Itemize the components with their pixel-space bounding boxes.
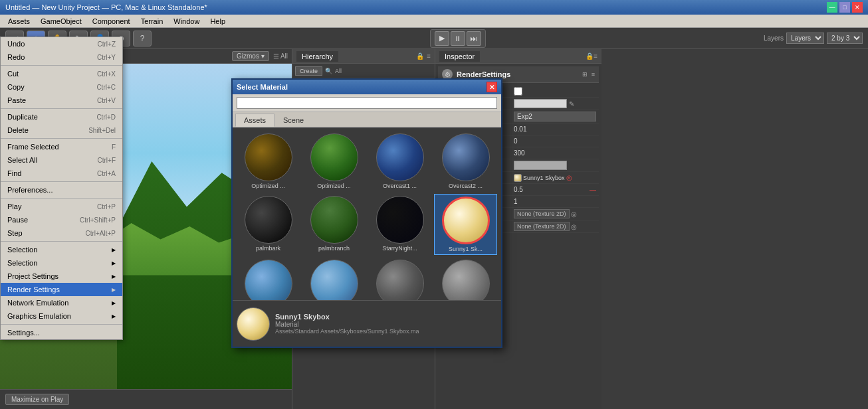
menu-find[interactable]: Find Ctrl+A: [1, 167, 122, 180]
toolbar: ◀ ✦ ✋ ↻ 👤 ⊕ ? ▶ ⏸ ⏭ Layers Layers 2 by 3: [0, 28, 868, 49]
menu-frame-selected[interactable]: Frame Selected F: [1, 140, 122, 153]
dropdown-menu: Undo Ctrl+Z Redo Ctrl+Y Cut Ctrl+X Copy …: [0, 37, 123, 340]
dialog-search-input[interactable]: [237, 97, 497, 109]
divider-5: [1, 198, 122, 199]
menu-help[interactable]: Help: [205, 16, 231, 27]
menu-assets[interactable]: Assets: [3, 16, 35, 27]
menu-terrain[interactable]: Terrain: [136, 16, 169, 27]
layout-select[interactable]: 2 by 3: [827, 33, 863, 44]
material-thumb-overcast2: [442, 133, 490, 181]
skybox-edit-icon[interactable]: ◎: [566, 174, 572, 181]
hierarchy-all-label: All: [335, 68, 342, 74]
dialog-search: [233, 94, 501, 112]
menu-play[interactable]: Play Ctrl+P: [1, 200, 122, 213]
material-label-overcast1: Overcast1 ...: [383, 183, 417, 189]
menu-redo[interactable]: Redo Ctrl+Y: [1, 50, 122, 64]
material-label-starry: StarryNight...: [382, 245, 417, 252]
close-button[interactable]: ✕: [852, 2, 863, 13]
play-button[interactable]: ▶: [435, 31, 449, 46]
material-item-sunny2[interactable]: Sunny2 Sk...: [237, 258, 300, 300]
material-item-default-dif[interactable]: Default-Diff...: [434, 258, 497, 300]
inspector-layout-icon[interactable]: ⊞: [582, 71, 588, 78]
material-item-palmbranch[interactable]: palmbranch: [302, 194, 366, 255]
menu-copy[interactable]: Copy Ctrl+C: [1, 80, 122, 94]
skybox-thumb: [514, 174, 522, 182]
divider-4: [1, 181, 122, 182]
material-item-optimized2[interactable]: Optimized ...: [302, 131, 366, 191]
maximize-button[interactable]: Maximize on Play: [5, 394, 69, 405]
ambient-light-swatch[interactable]: [514, 161, 567, 170]
pause-button[interactable]: ⏸: [451, 31, 465, 46]
fog-checkbox[interactable]: [514, 87, 522, 96]
menu-undo[interactable]: Undo Ctrl+Z: [1, 37, 122, 50]
menu-render-settings[interactable]: Render Settings ▶: [1, 283, 122, 296]
linear-fog-start-value: 0: [514, 137, 596, 145]
material-item-sunny3[interactable]: Sunny3 Sk...: [302, 258, 366, 300]
menu-preferences[interactable]: Preferences...: [1, 183, 122, 197]
menu-settings[interactable]: Settings...: [1, 326, 122, 339]
dialog-close-button[interactable]: ✕: [487, 82, 497, 92]
menu-project-settings[interactable]: Project Settings ▶: [1, 270, 122, 283]
skybox-material-value[interactable]: Sunny1 Skybox: [523, 175, 565, 181]
hierarchy-menu-icon[interactable]: ≡: [427, 52, 431, 60]
fog-mode-value[interactable]: Exp2: [514, 112, 596, 122]
material-item-starry[interactable]: StarryNight...: [368, 194, 431, 255]
material-item-default-par[interactable]: Default-Par...: [368, 258, 431, 300]
material-item-sunny1[interactable]: Sunny1 Sk...: [434, 194, 497, 255]
window-title: Untitled — New Unity Project — PC, Mac &…: [5, 3, 207, 11]
menu-select-all[interactable]: Select All Ctrl+F: [1, 153, 122, 167]
inspector-menu-small[interactable]: ≡: [592, 71, 595, 78]
tab-inspector[interactable]: Inspector: [439, 51, 480, 62]
material-thumb-starry: [376, 196, 424, 244]
dialog-tab-assets[interactable]: Assets: [235, 114, 274, 127]
menu-pause[interactable]: Pause Ctrl+Shift+P: [1, 213, 122, 226]
minimize-button[interactable]: —: [827, 2, 837, 13]
footer-material-path: Assets/Standard Assets/Skyboxes/Sunny1 S…: [275, 328, 497, 335]
menu-cut[interactable]: Cut Ctrl+X: [1, 67, 122, 80]
material-item-optimized1[interactable]: Optimized ...: [237, 131, 300, 191]
menu-duplicate[interactable]: Duplicate Ctrl+D: [1, 110, 122, 123]
fog-density-value: 0.01: [514, 125, 596, 133]
menu-selection-1[interactable]: Selection ▶: [1, 243, 122, 256]
fog-color-edit-icon[interactable]: ✎: [569, 100, 574, 108]
hierarchy-create-button[interactable]: Create: [295, 66, 322, 76]
menu-component[interactable]: Component: [87, 16, 136, 27]
inspector-menu-icon[interactable]: ≡: [594, 52, 597, 60]
material-item-palmbark[interactable]: palmbark: [237, 194, 300, 255]
halo-texture-circle[interactable]: ◎: [571, 210, 577, 218]
divider-2: [1, 108, 122, 109]
menu-step[interactable]: Step Ctrl+Alt+P: [1, 226, 122, 240]
hierarchy-header: Hierarchy 🔒 ≡: [292, 49, 435, 64]
material-label-sunny1: Sunny1 Sk...: [449, 246, 483, 252]
halo-texture-value[interactable]: None (Texture 2D): [514, 209, 570, 218]
footer-material-name: Sunny1 Skybox: [275, 313, 497, 321]
gizmos-button[interactable]: Gizmos ▾: [232, 51, 269, 61]
step-button[interactable]: ⏭: [467, 31, 481, 46]
material-item-overcast1[interactable]: Overcast1 ...: [368, 131, 431, 191]
menu-delete[interactable]: Delete Shift+Del: [1, 123, 122, 137]
menu-network-emulation[interactable]: Network Emulation ▶: [1, 296, 122, 309]
menu-gameobject[interactable]: GameObject: [35, 16, 87, 27]
halo-strength-edit[interactable]: —: [590, 186, 596, 193]
title-bar-controls: — □ ✕: [827, 2, 863, 13]
dialog-footer: Sunny1 Skybox Material Assets/Standard A…: [233, 300, 501, 347]
menu-window[interactable]: Window: [168, 16, 205, 27]
layers-select[interactable]: Layers: [786, 33, 824, 44]
title-bar: Untitled — New Unity Project — PC, Mac &…: [0, 0, 868, 15]
dialog-content[interactable]: Optimized ... Optimized ... Overcast1 ..…: [233, 127, 501, 300]
material-label-palmbark: palmbark: [256, 245, 280, 252]
tab-hierarchy[interactable]: Hierarchy: [296, 51, 338, 62]
maximize-button[interactable]: □: [839, 2, 850, 13]
material-item-overcast2[interactable]: Overcast2 ...: [434, 131, 497, 191]
menu-graphics-emulation[interactable]: Graphics Emulation ▶: [1, 309, 122, 323]
dialog-tab-scene[interactable]: Scene: [274, 114, 312, 127]
spot-cookie-value[interactable]: None (Texture 2D): [514, 222, 570, 231]
help-button[interactable]: ?: [133, 31, 152, 46]
menu-paste[interactable]: Paste Ctrl+V: [1, 94, 122, 107]
spot-cookie-circle[interactable]: ◎: [571, 223, 577, 230]
fog-color-swatch[interactable]: [514, 99, 567, 108]
inspector-component-title: RenderSettings: [457, 70, 510, 78]
material-thumb-default-par: [376, 260, 424, 300]
menu-selection-2[interactable]: Selection ▶: [1, 256, 122, 270]
hierarchy-lock-icon: 🔒: [416, 52, 424, 60]
